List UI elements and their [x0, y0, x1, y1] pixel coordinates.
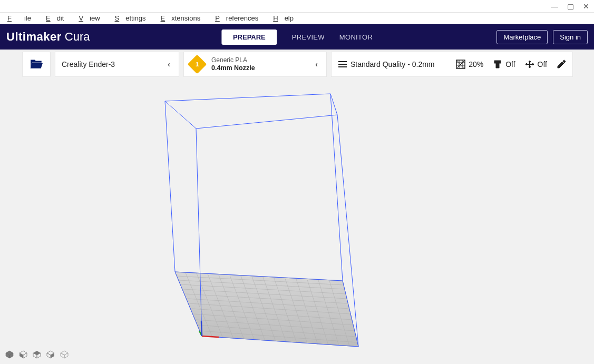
- adhesion-value: Off: [538, 60, 547, 68]
- titlebar: — ▢ ✕: [0, 0, 594, 13]
- svg-marker-51: [47, 353, 51, 358]
- window-minimize-button[interactable]: —: [550, 2, 559, 11]
- brand-text-2: Cura: [65, 30, 90, 44]
- open-file-button[interactable]: [22, 52, 51, 77]
- brand-logo: Ultimaker Cura: [6, 30, 90, 44]
- stage-tabs: PREPARE PREVIEW MONITOR: [221, 29, 373, 45]
- print-settings-bar[interactable]: Standard Quality - 0.2mm 20% Off Off: [331, 52, 573, 77]
- infill-icon: [456, 60, 465, 69]
- material-selector[interactable]: 1 Generic PLA 0.4mm Nozzle ‹: [183, 52, 327, 77]
- svg-line-40: [201, 321, 202, 336]
- edit-settings-button[interactable]: [557, 60, 566, 69]
- svg-line-36: [330, 94, 343, 281]
- svg-point-6: [529, 66, 530, 68]
- quality-label: Standard Quality - 0.2mm: [350, 60, 435, 68]
- printer-name: Creality Ender-3: [62, 60, 115, 68]
- nozzle-size: 0.4mm Nozzle: [211, 64, 255, 72]
- window-maximize-button[interactable]: ▢: [566, 2, 575, 11]
- svg-marker-54: [61, 353, 64, 358]
- sign-in-button[interactable]: Sign in: [553, 30, 588, 44]
- config-bar: Creality Ender-3 ‹ 1 Generic PLA 0.4mm N…: [0, 52, 594, 77]
- svg-marker-49: [33, 351, 41, 355]
- view-front-button[interactable]: [19, 350, 27, 359]
- menu-preferences[interactable]: Preferences: [209, 14, 265, 23]
- printer-selector[interactable]: Creality Ender-3 ‹: [55, 52, 179, 77]
- tab-prepare[interactable]: PREPARE: [221, 29, 277, 45]
- menu-extensions[interactable]: Extensions: [154, 14, 207, 23]
- header-actions: Marketplace Sign in: [496, 30, 588, 44]
- view-right-button[interactable]: [60, 350, 69, 359]
- menu-file[interactable]: File: [1, 14, 37, 23]
- menu-settings[interactable]: Settings: [109, 14, 152, 23]
- svg-point-5: [529, 61, 530, 63]
- brand-text-1: Ultimaker: [6, 30, 62, 44]
- layers-icon: [338, 60, 347, 69]
- svg-marker-55: [64, 353, 68, 358]
- marketplace-button[interactable]: Marketplace: [496, 30, 548, 44]
- support-setting: Off: [493, 60, 515, 69]
- menu-bar: File Edit View Settings Extensions Prefe…: [0, 13, 594, 24]
- view-left-button[interactable]: [46, 350, 55, 359]
- material-name: Generic PLA: [211, 57, 255, 64]
- support-value: Off: [505, 60, 515, 68]
- build-viewport[interactable]: [0, 77, 594, 364]
- adhesion-setting: Off: [525, 60, 547, 69]
- adhesion-icon: [525, 60, 534, 69]
- infill-value: 20%: [469, 60, 483, 68]
- svg-point-4: [532, 64, 533, 65]
- window-close-button[interactable]: ✕: [581, 2, 591, 11]
- menu-help[interactable]: Help: [267, 14, 300, 23]
- view-3d-button[interactable]: [5, 350, 14, 359]
- tab-monitor[interactable]: MONITOR: [339, 33, 373, 41]
- tab-preview[interactable]: PREVIEW: [292, 33, 325, 41]
- infill-setting: 20%: [456, 60, 483, 69]
- quality-setting: Standard Quality - 0.2mm: [338, 60, 435, 69]
- svg-marker-53: [61, 351, 68, 355]
- folder-open-icon: [30, 58, 43, 71]
- chevron-left-icon: ‹: [313, 60, 320, 68]
- support-icon: [493, 60, 502, 69]
- material-text: Generic PLA 0.4mm Nozzle: [211, 57, 255, 72]
- pencil-icon: [557, 60, 566, 69]
- app-header: Ultimaker Cura PREPARE PREVIEW MONITOR M…: [0, 24, 594, 50]
- view-top-button[interactable]: [33, 350, 41, 359]
- svg-marker-45: [23, 353, 27, 358]
- svg-point-3: [525, 64, 527, 65]
- menu-edit[interactable]: Edit: [40, 14, 70, 23]
- chevron-left-icon: ‹: [165, 60, 172, 68]
- build-volume-cube: [158, 83, 395, 357]
- extruder-badge-icon: 1: [188, 55, 207, 74]
- view-orientation-buttons: [5, 350, 69, 359]
- menu-view[interactable]: View: [72, 14, 106, 23]
- svg-line-37: [165, 101, 175, 272]
